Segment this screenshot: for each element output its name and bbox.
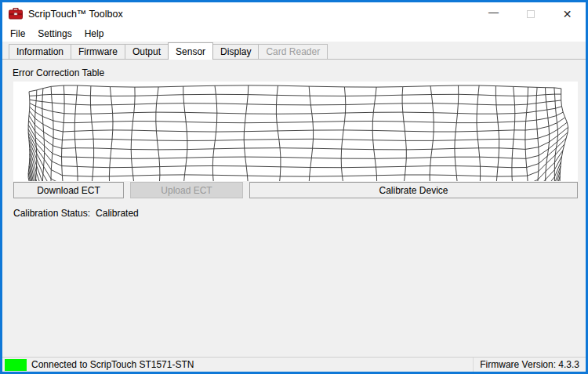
error-correction-table-label: Error Correction Table	[13, 67, 104, 78]
connection-indicator	[5, 359, 27, 371]
title-bar: ScripTouch™ Toolbox — ✕	[2, 2, 586, 25]
ect-button-row: Download ECT Upload ECT Calibrate Device	[13, 182, 578, 198]
download-ect-button[interactable]: Download ECT	[13, 182, 124, 198]
calibration-status-label: Calibration Status:	[13, 208, 90, 219]
maximize-icon	[527, 10, 535, 18]
tab-display[interactable]: Display	[212, 44, 259, 59]
firmware-version-text: Firmware Version: 4.3.3	[480, 359, 579, 370]
tab-output[interactable]: Output	[125, 44, 169, 59]
menu-file[interactable]: File	[4, 27, 31, 41]
tab-sensor[interactable]: Sensor	[168, 42, 213, 60]
toolbox-icon	[9, 8, 23, 20]
menu-bar: File Settings Help	[2, 25, 586, 42]
tab-firmware[interactable]: Firmware	[71, 44, 125, 59]
status-bar: Connected to ScripTouch ST1571-STN Firmw…	[2, 357, 586, 372]
window-controls: — ✕	[475, 2, 586, 25]
error-correction-table-panel	[13, 82, 578, 181]
menu-settings[interactable]: Settings	[31, 27, 78, 41]
minimize-icon: —	[488, 6, 499, 18]
firmware-version-section: Firmware Version: 4.3.3	[473, 358, 586, 372]
menu-help[interactable]: Help	[78, 27, 111, 41]
calibration-status-value: Calibrated	[96, 208, 139, 219]
calibrate-device-button[interactable]: Calibrate Device	[249, 182, 578, 198]
close-button[interactable]: ✕	[549, 2, 586, 25]
window-title: ScripTouch™ Toolbox	[28, 9, 123, 20]
tab-card-reader: Card Reader	[258, 44, 328, 59]
upload-ect-button: Upload ECT	[130, 182, 243, 198]
sensor-tab-pane: Error Correction Table Download ECT Uplo…	[2, 59, 586, 357]
tab-information[interactable]: Information	[9, 44, 71, 59]
app-window: ScripTouch™ Toolbox — ✕ File Settings He…	[0, 0, 588, 374]
tab-strip: Information Firmware Output Sensor Displ…	[2, 42, 586, 59]
minimize-button[interactable]: —	[475, 2, 512, 25]
connection-status-text: Connected to ScripTouch ST1571-STN	[31, 359, 194, 370]
maximize-button[interactable]	[512, 2, 549, 25]
close-icon: ✕	[563, 8, 572, 20]
calibration-status: Calibration Status:Calibrated	[13, 208, 139, 219]
ect-mesh-graphic	[13, 82, 578, 181]
